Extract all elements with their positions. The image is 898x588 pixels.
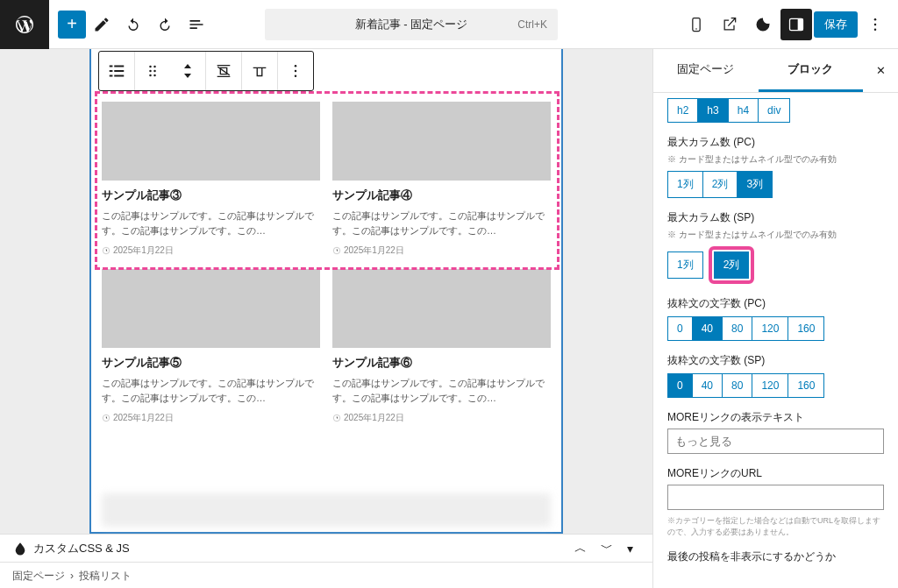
article-date: 2025年1月22日 <box>102 244 320 257</box>
svg-point-5 <box>874 23 877 25</box>
excerpt-sp-group: 0 40 80 120 160 <box>667 373 884 398</box>
excerpt-pc-40[interactable]: 40 <box>692 316 723 341</box>
block-icon <box>107 61 126 81</box>
breadcrumb-block[interactable]: 投稿リスト <box>79 569 132 584</box>
chevron-up-button[interactable]: ︿ <box>567 541 594 556</box>
shortcut-hint: Ctrl+K <box>517 18 547 31</box>
highlight-col-sp-2: 2列 <box>709 246 755 284</box>
more-url-input[interactable] <box>667 485 884 510</box>
document-outline-button[interactable] <box>181 9 212 40</box>
excerpt-pc-80[interactable]: 80 <box>722 316 752 341</box>
pencil-icon <box>93 16 110 33</box>
article-title: サンプル記事⑥ <box>332 355 551 371</box>
svg-point-11 <box>149 74 152 77</box>
align-button[interactable] <box>206 52 241 90</box>
col-pc-1[interactable]: 1列 <box>667 171 703 198</box>
article-thumbnail <box>102 269 320 348</box>
edit-mode-button[interactable] <box>86 9 118 40</box>
external-icon <box>721 16 738 33</box>
excerpt-sp-0[interactable]: 0 <box>667 373 693 398</box>
article-card[interactable]: サンプル記事⑥ この記事はサンプルです。この記事はサンプルです。この記事はサンプ… <box>332 269 551 424</box>
article-excerpt: この記事はサンプルです。この記事はサンプルです。この記事はサンプルです。この… <box>332 209 551 237</box>
col-sp-2[interactable]: 2列 <box>714 251 750 279</box>
excerpt-pc-160[interactable]: 160 <box>788 316 824 341</box>
theme-icon <box>12 541 28 556</box>
svg-point-9 <box>149 70 152 73</box>
breadcrumb-page[interactable]: 固定ページ <box>12 569 65 584</box>
col-pc-group: 1列 2列 3列 <box>667 171 884 198</box>
opt-h3[interactable]: h3 <box>697 98 728 123</box>
article-excerpt: この記事はサンプルです。この記事はサンプルです。この記事はサンプルです。この… <box>332 376 551 405</box>
svg-point-13 <box>295 65 297 67</box>
excerpt-sp-40[interactable]: 40 <box>692 373 723 398</box>
tab-page[interactable]: 固定ページ <box>653 49 759 92</box>
undo-button[interactable] <box>118 9 149 40</box>
more-text-label: MOREリンクの表示テキスト <box>667 410 884 425</box>
mobile-icon <box>688 16 705 33</box>
theme-label[interactable]: カスタムCSS & JS <box>33 541 130 556</box>
wp-logo[interactable] <box>0 0 49 49</box>
caret-down-button[interactable]: ▾ <box>620 542 640 556</box>
excerpt-pc-group: 0 40 80 120 160 <box>667 316 884 341</box>
dark-mode-button[interactable] <box>747 9 779 40</box>
page-title-bar[interactable]: 新着記事 - 固定ページ Ctrl+K <box>265 9 558 40</box>
breadcrumb-separator: › <box>70 570 74 582</box>
col-sp-1[interactable]: 1列 <box>667 251 703 279</box>
svg-point-8 <box>153 66 156 68</box>
excerpt-sp-80[interactable]: 80 <box>722 373 752 398</box>
panel-close-button[interactable]: ✕ <box>863 49 898 92</box>
add-block-button[interactable]: + <box>58 11 86 39</box>
chevron-down-button[interactable]: ﹀ <box>594 541 620 556</box>
excerpt-sp-120[interactable]: 120 <box>752 373 788 398</box>
col-sp-group: 1列 <box>667 251 703 279</box>
article-title: サンプル記事③ <box>102 188 320 203</box>
clock-icon <box>102 246 110 255</box>
article-card[interactable]: サンプル記事⑤ この記事はサンプルです。この記事はサンプルです。この記事はサンプ… <box>102 269 320 424</box>
wordpress-icon <box>14 14 35 35</box>
svg-point-7 <box>149 66 152 68</box>
redo-icon <box>155 15 175 34</box>
article-thumbnail <box>332 102 551 181</box>
article-date: 2025年1月22日 <box>102 412 320 424</box>
opt-h4[interactable]: h4 <box>728 98 759 123</box>
article-card[interactable]: サンプル記事③ この記事はサンプルです。この記事はサンプルです。この記事はサンプ… <box>102 102 320 257</box>
preview-mobile-button[interactable] <box>681 9 712 40</box>
excerpt-sp-160[interactable]: 160 <box>788 373 824 398</box>
redo-button[interactable] <box>149 9 181 40</box>
hide-last-label: 最後の投稿を非表示にするかどうか <box>667 549 884 564</box>
block-type-button[interactable] <box>99 52 134 90</box>
more-text-input[interactable] <box>667 429 884 454</box>
width-icon <box>250 61 269 81</box>
page-title: 新着記事 - 固定ページ <box>355 17 468 32</box>
block-more-button[interactable] <box>278 52 313 90</box>
opt-div[interactable]: div <box>758 98 790 123</box>
more-menu-button[interactable] <box>859 9 891 40</box>
col-pc-3[interactable]: 3列 <box>737 171 773 198</box>
more-url-label: MOREリンクのURL <box>667 466 884 481</box>
save-button[interactable]: 保存 <box>814 11 858 38</box>
clock-icon <box>102 414 110 422</box>
preview-external-button[interactable] <box>714 9 745 40</box>
excerpt-pc-label: 抜粋文の文字数 (PC) <box>667 296 884 311</box>
breadcrumb-bar: カスタムCSS & JS ︿ ﹀ ▾ 固定ページ › 投稿リスト <box>0 534 652 588</box>
dots-vertical-icon <box>287 62 304 80</box>
max-col-sp-label: 最大カラム数 (SP) <box>667 210 884 225</box>
article-card[interactable]: サンプル記事④ この記事はサンプルです。この記事はサンプルです。この記事はサンプ… <box>332 102 551 257</box>
svg-point-10 <box>153 70 156 73</box>
settings-toggle-button[interactable] <box>780 9 812 40</box>
clock-icon <box>332 414 341 422</box>
more-url-note: ※カテゴリーを指定した場合などは自動でURLを取得しますので、入力する必要はあり… <box>667 515 884 537</box>
width-button[interactable] <box>242 52 277 90</box>
svg-point-4 <box>874 18 877 20</box>
selected-block[interactable]: サンプル記事③ この記事はサンプルです。この記事はサンプルです。この記事はサンプ… <box>89 49 563 534</box>
svg-point-6 <box>874 28 877 31</box>
drag-handle-button[interactable] <box>135 52 170 90</box>
col-pc-2[interactable]: 2列 <box>702 171 738 198</box>
tab-block[interactable]: ブロック <box>759 49 864 92</box>
opt-h2[interactable]: h2 <box>667 98 698 123</box>
excerpt-pc-120[interactable]: 120 <box>752 316 788 341</box>
breadcrumb: 固定ページ › 投稿リスト <box>0 563 652 588</box>
move-buttons[interactable] <box>170 52 205 90</box>
topbar: + 新着記事 - 固定ページ Ctrl+K 保存 <box>0 0 898 49</box>
excerpt-pc-0[interactable]: 0 <box>667 316 693 341</box>
